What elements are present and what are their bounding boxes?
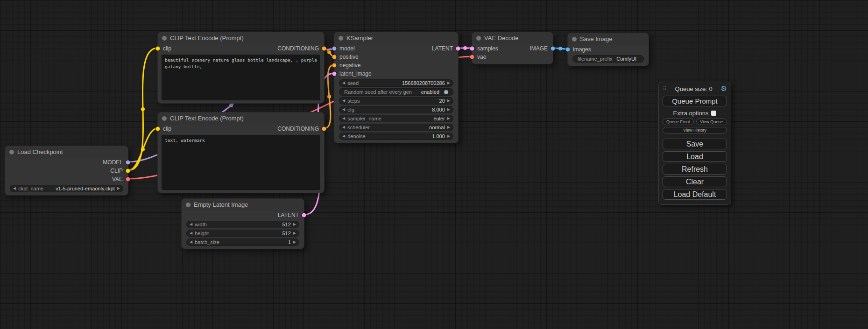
combo-next-arrow-icon[interactable] bbox=[447, 124, 450, 131]
decrement-arrow-icon[interactable] bbox=[342, 80, 345, 86]
batch-size-number-widget[interactable]: batch_size 1 bbox=[186, 238, 299, 246]
node-clip-text-encode-positive[interactable]: CLIP Text Encode (Prompt) clip CONDITION… bbox=[157, 32, 325, 104]
collapse-dot[interactable] bbox=[186, 203, 191, 207]
input-port-latent-image[interactable] bbox=[332, 72, 337, 76]
input-port-vae[interactable] bbox=[470, 55, 474, 59]
node-title-bar[interactable]: VAE Decode bbox=[472, 32, 553, 44]
view-history-button[interactable]: View History bbox=[663, 127, 727, 133]
slot-row: positive bbox=[334, 53, 458, 61]
collapse-dot[interactable] bbox=[476, 36, 481, 41]
increment-arrow-icon[interactable] bbox=[293, 239, 296, 245]
widget-value: v1-5-pruned-emaonly.ckpt bbox=[56, 186, 115, 191]
node-title-bar[interactable]: CLIP Text Encode (Prompt) bbox=[158, 32, 324, 44]
node-title-bar[interactable]: Load Checkpoint bbox=[5, 146, 128, 158]
height-number-widget[interactable]: height 512 bbox=[186, 230, 299, 237]
input-port-negative[interactable] bbox=[332, 63, 337, 68]
decrement-arrow-icon[interactable] bbox=[342, 98, 345, 104]
widget-label: denoise bbox=[347, 133, 366, 139]
view-queue-button[interactable]: View Queue bbox=[696, 119, 727, 125]
increment-arrow-icon[interactable] bbox=[293, 230, 296, 237]
cfg-number-widget[interactable]: cfg 8.000 bbox=[339, 106, 453, 113]
collapse-dot[interactable] bbox=[572, 37, 577, 42]
decrement-arrow-icon[interactable] bbox=[190, 221, 192, 228]
output-port-model[interactable] bbox=[126, 161, 130, 165]
decrement-arrow-icon[interactable] bbox=[190, 239, 192, 245]
collapse-dot[interactable] bbox=[162, 36, 167, 41]
combo-next-arrow-icon[interactable] bbox=[447, 115, 450, 122]
node-title-bar[interactable]: CLIP Text Encode (Prompt) bbox=[158, 112, 324, 125]
node-graph-canvas[interactable]: Load Checkpoint MODEL CLIP VAE ckpt_name… bbox=[0, 0, 868, 329]
sampler-name-combo-widget[interactable]: sampler_name euler bbox=[339, 115, 453, 122]
node-vae-decode[interactable]: VAE Decode samples IMAGE vae bbox=[472, 32, 553, 64]
ckpt-name-combo-widget[interactable]: ckpt_name v1-5-pruned-emaonly.ckpt bbox=[10, 185, 123, 192]
node-save-image[interactable]: Save Image images filename_prefix ComfyU… bbox=[567, 33, 649, 66]
positive-prompt-textarea[interactable]: beautiful scenery nature glass bottle la… bbox=[162, 55, 320, 100]
input-port-model[interactable] bbox=[332, 47, 337, 51]
width-number-widget[interactable]: width 512 bbox=[186, 221, 299, 228]
queue-front-button[interactable]: Queue Front bbox=[663, 119, 694, 125]
increment-arrow-icon[interactable] bbox=[293, 221, 296, 228]
scheduler-combo-widget[interactable]: scheduler normal bbox=[339, 124, 453, 131]
load-button[interactable]: Load bbox=[663, 151, 727, 162]
decrement-arrow-icon[interactable] bbox=[342, 133, 345, 140]
wire-clip-to-positive-prompt bbox=[128, 48, 157, 170]
decrement-arrow-icon[interactable] bbox=[342, 106, 345, 113]
queue-actions-row: Queue Front View Queue bbox=[663, 119, 727, 125]
refresh-button[interactable]: Refresh bbox=[663, 164, 727, 175]
input-port-clip[interactable] bbox=[156, 127, 160, 131]
input-port-clip[interactable] bbox=[156, 47, 160, 51]
increment-arrow-icon[interactable] bbox=[447, 80, 450, 86]
widget-value: 8.000 bbox=[432, 107, 445, 112]
random-seed-toggle-widget[interactable]: Random seed after every gen enabled bbox=[339, 88, 453, 96]
output-port-clip[interactable] bbox=[126, 169, 130, 173]
widget-label: filename_prefix bbox=[578, 56, 613, 62]
settings-gear-icon[interactable]: ⚙ bbox=[721, 84, 727, 93]
node-title-bar[interactable]: Empty Latent Image bbox=[182, 199, 304, 211]
decrement-arrow-icon[interactable] bbox=[190, 230, 192, 237]
input-port-samples[interactable] bbox=[470, 47, 474, 51]
increment-arrow-icon[interactable] bbox=[447, 106, 450, 113]
steps-number-widget[interactable]: steps 20 bbox=[339, 97, 453, 105]
drag-handle-icon[interactable]: ⠿ bbox=[663, 85, 667, 92]
node-empty-latent-image[interactable]: Empty Latent Image LATENT width 512 heig… bbox=[181, 198, 304, 249]
combo-prev-arrow-icon[interactable] bbox=[13, 185, 16, 192]
output-port-conditioning[interactable] bbox=[322, 47, 326, 51]
output-port-conditioning[interactable] bbox=[322, 127, 326, 131]
input-port-images[interactable] bbox=[566, 48, 570, 52]
output-label-conditioning: CONDITIONING bbox=[277, 45, 319, 52]
input-port-positive[interactable] bbox=[332, 55, 337, 59]
seed-number-widget[interactable]: seed 156680208700286 bbox=[339, 79, 453, 87]
combo-prev-arrow-icon[interactable] bbox=[342, 124, 345, 131]
output-port-latent[interactable] bbox=[302, 213, 306, 217]
queue-prompt-button[interactable]: Queue Prompt bbox=[663, 96, 727, 106]
increment-arrow-icon[interactable] bbox=[447, 133, 450, 140]
collapse-dot[interactable] bbox=[162, 116, 167, 121]
collapse-dot[interactable] bbox=[9, 150, 14, 154]
output-port-image[interactable] bbox=[551, 47, 555, 51]
node-ksampler[interactable]: KSampler model LATENT positive negative … bbox=[334, 32, 459, 143]
load-default-button[interactable]: Load Default bbox=[663, 189, 727, 200]
widget-value: 512 bbox=[282, 222, 290, 227]
denoise-number-widget[interactable]: denoise 1.000 bbox=[339, 133, 453, 140]
toggle-knob[interactable] bbox=[444, 90, 448, 94]
combo-next-arrow-icon[interactable] bbox=[117, 185, 120, 192]
output-port-latent[interactable] bbox=[456, 47, 460, 51]
save-button[interactable]: Save bbox=[663, 139, 727, 149]
slot-row: LATENT bbox=[182, 211, 304, 219]
collapse-dot[interactable] bbox=[339, 36, 343, 41]
widget-value: 156680208700286 bbox=[402, 80, 445, 86]
node-clip-text-encode-negative[interactable]: CLIP Text Encode (Prompt) clip CONDITION… bbox=[157, 112, 325, 193]
node-title-bar[interactable]: Save Image bbox=[568, 33, 649, 45]
increment-arrow-icon[interactable] bbox=[447, 98, 450, 104]
filename-prefix-text-widget[interactable]: filename_prefix ComfyUI bbox=[572, 55, 644, 63]
negative-prompt-textarea[interactable]: text, watermark bbox=[162, 135, 320, 190]
combo-prev-arrow-icon[interactable] bbox=[342, 115, 345, 122]
node-load-checkpoint[interactable]: Load Checkpoint MODEL CLIP VAE ckpt_name… bbox=[5, 146, 128, 196]
slot-row: CLIP bbox=[5, 167, 128, 175]
extra-options-checkbox[interactable] bbox=[711, 111, 716, 116]
output-port-vae[interactable] bbox=[126, 177, 130, 182]
wire-midpoint-dot-image bbox=[558, 47, 562, 50]
clear-button[interactable]: Clear bbox=[663, 176, 727, 187]
node-title-bar[interactable]: KSampler bbox=[334, 32, 458, 44]
input-label-vae: vae bbox=[477, 54, 486, 60]
